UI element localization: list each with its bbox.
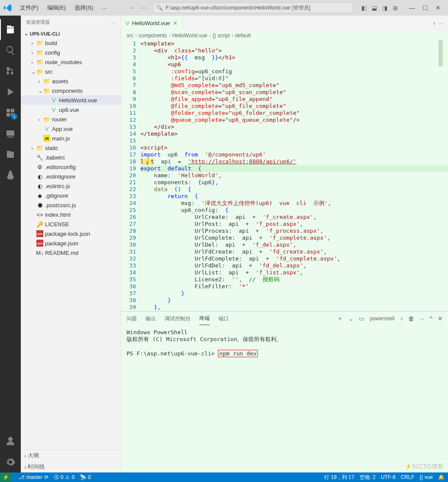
code-line[interactable]: @folder_complete="up6_folder_complete" — [140, 110, 448, 117]
code-line[interactable]: }, — [140, 304, 448, 311]
tree-item-config[interactable]: ›📁config — [21, 48, 121, 57]
panel-maximize-icon[interactable]: ^ — [429, 315, 432, 322]
close-icon[interactable]: ✕ — [432, 4, 445, 11]
tree-item-build[interactable]: ›📁build — [21, 38, 121, 48]
menu-file[interactable]: 文件(F) — [16, 2, 42, 13]
remote-indicator[interactable]: ⚡ — [0, 472, 12, 482]
sidebar-more-icon[interactable]: ··· — [112, 20, 116, 25]
tree-item-index-html[interactable]: <>index.html — [21, 210, 121, 219]
notifications-icon[interactable]: 🔔 — [438, 474, 445, 480]
code-line[interactable]: <h1>{{ msg }}</h1> — [140, 54, 448, 61]
code-line[interactable]: l💡t api = 'http://localhost:8888/api/up6… — [140, 158, 448, 165]
tab-helloworld[interactable]: V HelloWorld.vue ✕ — [121, 16, 182, 31]
kill-terminal-icon[interactable]: 🗑 — [408, 315, 414, 322]
tree-item--gitignore[interactable]: ◆.gitignore — [21, 191, 121, 200]
code-line[interactable]: UrlList: api + 'f_list.aspx', — [140, 269, 448, 276]
code-line[interactable]: UrlComplete: api + 'f_complete.aspx', — [140, 234, 448, 241]
code-line[interactable]: return { — [140, 193, 448, 200]
code-line[interactable]: components: {up6}, — [140, 179, 448, 186]
tree-item-HelloWorld-vue[interactable]: VHelloWorld.vue — [21, 95, 121, 105]
tree-item--eslintignore[interactable]: ◐.eslintignore — [21, 172, 121, 181]
radio-status[interactable]: 📡 0 — [80, 474, 91, 480]
activity-testing[interactable] — [0, 165, 21, 186]
terminal-content[interactable]: Windows PowerShell版权所有 (C) Microsoft Cor… — [121, 326, 448, 472]
minimap[interactable] — [438, 40, 443, 66]
breadcrumb[interactable]: src›components›HelloWorld.vue›{} script›… — [121, 31, 448, 40]
activity-settings[interactable] — [0, 452, 21, 472]
problems-errors[interactable]: ⓧ 0 ⚠ 0 — [54, 474, 75, 481]
new-terminal-icon[interactable]: ＋ — [337, 315, 343, 322]
breadcrumb-item[interactable]: components — [139, 33, 167, 39]
code-line[interactable]: </template> — [140, 130, 448, 137]
breadcrumb-item[interactable]: {} script — [213, 33, 230, 39]
command-center[interactable]: 🔍 F:\asp.net\up6-vue-cli\src\components\… — [153, 3, 354, 13]
outline-section[interactable]: ›大纲 — [21, 450, 121, 461]
git-branch[interactable]: ⎇ master ⟳ — [19, 474, 49, 480]
tree-item-static[interactable]: ›📁static — [21, 143, 121, 153]
tree-item--postcssrc-js[interactable]: ⬢.postcssrc.js — [21, 200, 121, 210]
panel-tab-3[interactable]: 终端 — [199, 312, 210, 325]
activity-account[interactable] — [0, 431, 21, 452]
code-line[interactable]: UrlFdCreate: api + 'fd_create.aspx', — [140, 248, 448, 255]
code-line[interactable]: } — [140, 297, 448, 304]
code-line[interactable]: </div> — [140, 124, 448, 130]
layout-panel-left-icon[interactable]: ◧ — [360, 5, 368, 11]
nav-back-icon[interactable]: ← — [129, 4, 136, 12]
code-line[interactable]: @file_complete="up6_file_complete" — [140, 103, 448, 110]
tree-item--babelrc[interactable]: 🔧.babelrc — [21, 153, 121, 162]
panel-tab-1[interactable]: 输出 — [146, 313, 156, 325]
tree-item-main-js[interactable]: JSmain.js — [21, 134, 121, 143]
indentation[interactable]: 空格: 2 — [360, 474, 376, 481]
code-line[interactable]: @md5_complete="up6_md5_complete" — [140, 82, 448, 89]
minimize-icon[interactable]: — — [406, 4, 419, 11]
code-line[interactable]: name: 'HelloWorld', — [140, 172, 448, 179]
code-line[interactable]: UrlPost: api + 'f_post.aspx', — [140, 221, 448, 228]
activity-files[interactable] — [0, 144, 21, 165]
code-line[interactable]: FileFilter: '*' — [140, 283, 448, 290]
code-line[interactable]: <up6 — [140, 61, 448, 68]
code-line[interactable]: data () { — [140, 186, 448, 193]
code-line[interactable]: License2: '', // 授权码 — [140, 276, 448, 283]
encoding[interactable]: UTF-8 — [381, 474, 396, 480]
tree-item-package-lock-json[interactable]: npmpackage-lock.json — [21, 229, 121, 238]
code-line[interactable]: export default { — [140, 165, 448, 172]
split-terminal-icon[interactable]: ⫞ — [400, 315, 403, 322]
tree-item-src[interactable]: ⌄📁src — [21, 67, 121, 76]
menu-edit[interactable]: 编辑(E) — [44, 2, 69, 13]
menu-select[interactable]: 选择(S) — [71, 2, 97, 13]
nav-forward-icon[interactable]: → — [140, 4, 146, 12]
terminal-dropdown-icon[interactable]: ⌄ — [348, 315, 354, 322]
activity-remote[interactable] — [0, 123, 21, 144]
panel-tab-2[interactable]: 调试控制台 — [165, 313, 191, 325]
layout-customize-icon[interactable]: ⊞ — [391, 5, 399, 11]
code-line[interactable]: UrlFdComplete: api + 'fd_complete.aspx', — [140, 255, 448, 262]
panel-tab-0[interactable]: 问题 — [127, 313, 137, 325]
cursor-position[interactable]: 行 19，列 17 — [324, 474, 354, 481]
activity-scm[interactable] — [0, 61, 21, 81]
code-line[interactable]: :config=up6_config — [140, 68, 448, 75]
split-editor-icon[interactable]: ⫞ — [432, 20, 435, 26]
code-line[interactable]: UrlProcess: api + 'f_process.aspx', — [140, 228, 448, 234]
code-line[interactable] — [140, 137, 448, 144]
tree-item--editorconfig[interactable]: ⚙.editorconfig — [21, 162, 121, 172]
tree-item-router[interactable]: ›📁router — [21, 114, 121, 124]
menu-more[interactable]: ··· — [98, 3, 110, 13]
tree-item-App-vue[interactable]: VApp.vue — [21, 124, 121, 134]
code-line[interactable]: import up6 from '@/components/up6' — [140, 151, 448, 158]
code-line[interactable]: :fields="[uid:0]" — [140, 75, 448, 82]
tree-item--eslintrc-js[interactable]: ◐.eslintrc.js — [21, 181, 121, 191]
activity-extensions[interactable]: 1 — [0, 102, 21, 123]
editor-more-icon[interactable]: ··· — [439, 20, 444, 26]
tree-item-node_modules[interactable]: ›📁node_modules — [21, 57, 121, 67]
language-mode[interactable]: {} vue — [419, 474, 433, 480]
panel-more-icon[interactable]: ··· — [419, 315, 425, 322]
layout-panel-right-icon[interactable]: ◨ — [380, 5, 389, 11]
sidebar-section[interactable]: ⌄ UP6-VUE-CLI — [21, 29, 121, 38]
editor[interactable]: 1234567891011121314151617181920212223242… — [121, 40, 448, 311]
code-line[interactable]: } — [140, 290, 448, 297]
activity-debug[interactable] — [0, 81, 21, 102]
breadcrumb-item[interactable]: default — [235, 33, 251, 39]
code-line[interactable]: @queue_complete="up6_queue_complete"/> — [140, 117, 448, 124]
activity-search[interactable] — [0, 40, 21, 61]
code-line[interactable]: @scan_complete="up6_scan_complete" — [140, 89, 448, 96]
